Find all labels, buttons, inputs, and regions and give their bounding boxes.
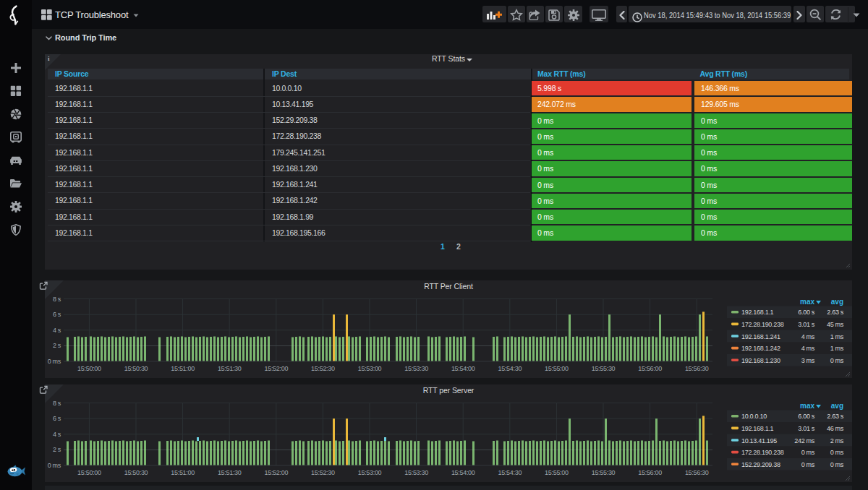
svg-text:15:51:00: 15:51:00: [171, 469, 195, 476]
svg-text:15:52:30: 15:52:30: [311, 469, 335, 476]
svg-text:192.168.1.1: 192.168.1.1: [741, 425, 774, 432]
svg-text:4 ms: 4 ms: [801, 345, 815, 352]
svg-text:15:53:00: 15:53:00: [358, 365, 382, 372]
svg-text:152.29.209.38: 152.29.209.38: [741, 461, 780, 468]
svg-text:4 s: 4 s: [53, 327, 61, 334]
svg-text:15:50:00: 15:50:00: [77, 469, 101, 476]
svg-text:15:53:00: 15:53:00: [358, 469, 382, 476]
svg-text:15:54:30: 15:54:30: [498, 365, 522, 372]
svg-text:192.168.1.1: 192.168.1.1: [741, 309, 774, 316]
svg-text:192.168.1.230: 192.168.1.230: [741, 357, 780, 364]
svg-text:15:52:30: 15:52:30: [311, 365, 335, 372]
svg-text:15:54:00: 15:54:00: [451, 365, 475, 372]
svg-text:0 ms: 0 ms: [830, 461, 844, 468]
svg-text:15:53:30: 15:53:30: [404, 365, 428, 372]
svg-text:avg: avg: [831, 298, 843, 306]
svg-text:1 ms: 1 ms: [830, 345, 844, 352]
svg-text:15:51:30: 15:51:30: [218, 469, 242, 476]
svg-text:10.13.41.195: 10.13.41.195: [741, 437, 777, 444]
svg-text:6 s: 6 s: [53, 415, 61, 422]
svg-text:2 s: 2 s: [53, 446, 61, 453]
svg-text:192.168.1.242: 192.168.1.242: [741, 345, 780, 352]
svg-text:192.168.1.241: 192.168.1.241: [741, 333, 780, 340]
svg-text:4 ms: 4 ms: [801, 333, 815, 340]
svg-text:3 ms: 3 ms: [801, 357, 815, 364]
svg-text:15:54:30: 15:54:30: [498, 469, 522, 476]
svg-text:2.63 s: 2.63 s: [827, 413, 844, 420]
svg-text:15:50:00: 15:50:00: [77, 365, 101, 372]
svg-text:172.28.190.238: 172.28.190.238: [741, 321, 784, 328]
svg-text:15:55:30: 15:55:30: [592, 469, 616, 476]
svg-text:15:54:00: 15:54:00: [451, 469, 475, 476]
svg-text:15:50:30: 15:50:30: [124, 365, 148, 372]
svg-text:3.01 s: 3.01 s: [798, 321, 815, 328]
svg-text:6.00 s: 6.00 s: [798, 413, 815, 420]
svg-text:15:52:00: 15:52:00: [264, 469, 288, 476]
svg-text:46 ms: 46 ms: [827, 425, 844, 432]
svg-text:4 s: 4 s: [53, 431, 61, 438]
svg-text:15:55:30: 15:55:30: [592, 365, 616, 372]
svg-text:45 ms: 45 ms: [827, 321, 844, 328]
svg-text:10.0.0.10: 10.0.0.10: [741, 413, 767, 420]
svg-text:3.01 s: 3.01 s: [798, 425, 815, 432]
svg-text:15:56:30: 15:56:30: [685, 365, 709, 372]
svg-text:15:53:30: 15:53:30: [404, 469, 428, 476]
svg-text:max: max: [800, 402, 814, 410]
svg-text:2 ms: 2 ms: [830, 437, 844, 444]
svg-text:15:50:30: 15:50:30: [124, 469, 148, 476]
svg-text:0 ms: 0 ms: [48, 358, 61, 365]
svg-text:avg: avg: [831, 402, 843, 410]
svg-text:0 ms: 0 ms: [830, 357, 844, 364]
svg-text:242 ms: 242 ms: [794, 437, 815, 444]
svg-text:8 s: 8 s: [53, 400, 61, 407]
svg-text:6.00 s: 6.00 s: [798, 309, 815, 316]
svg-text:0 ms: 0 ms: [48, 462, 61, 469]
svg-text:15:52:00: 15:52:00: [264, 365, 288, 372]
svg-text:15:51:00: 15:51:00: [171, 365, 195, 372]
svg-text:2 s: 2 s: [53, 342, 61, 349]
svg-text:0 ms: 0 ms: [801, 461, 815, 468]
svg-text:15:56:00: 15:56:00: [638, 365, 662, 372]
svg-text:2.63 s: 2.63 s: [827, 309, 844, 316]
svg-text:max: max: [800, 298, 814, 306]
svg-text:15:56:30: 15:56:30: [685, 469, 709, 476]
svg-text:15:55:00: 15:55:00: [545, 365, 569, 372]
svg-text:1 ms: 1 ms: [830, 333, 844, 340]
svg-text:15:55:00: 15:55:00: [545, 469, 569, 476]
svg-text:15:56:00: 15:56:00: [638, 469, 662, 476]
svg-text:0 ms: 0 ms: [830, 449, 844, 456]
svg-text:15:51:30: 15:51:30: [218, 365, 242, 372]
svg-text:RTT per Server: RTT per Server: [423, 386, 475, 395]
svg-text:6 s: 6 s: [53, 311, 61, 318]
svg-text:0 ms: 0 ms: [801, 449, 815, 456]
svg-text:172.28.190.238: 172.28.190.238: [741, 449, 784, 456]
svg-text:8 s: 8 s: [53, 296, 61, 303]
svg-text:RTT Per Client: RTT Per Client: [424, 282, 473, 291]
